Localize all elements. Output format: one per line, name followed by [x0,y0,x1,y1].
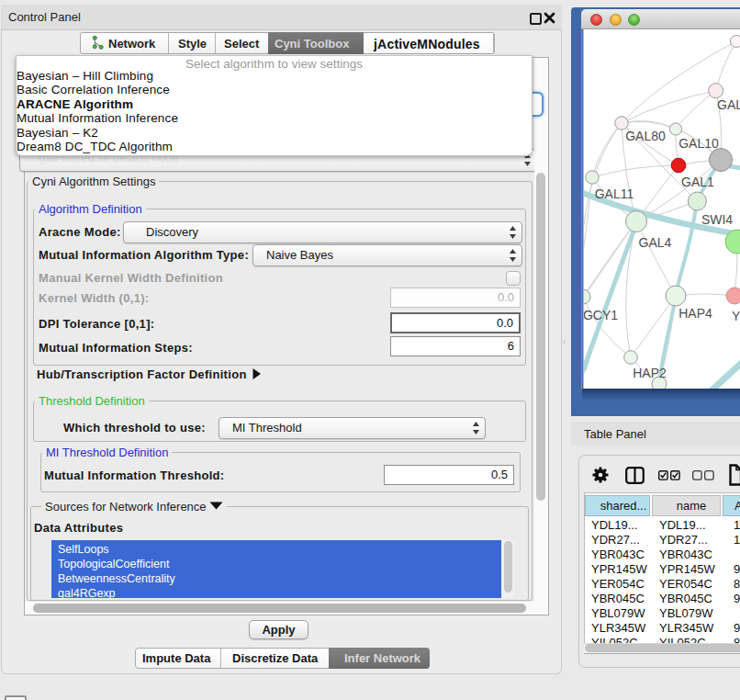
svg-text:YM: YM [732,309,740,323]
svg-text:GAL80: GAL80 [625,129,666,143]
svg-text:GAL7: GAL7 [717,97,740,112]
svg-text:GAL4: GAL4 [639,235,672,250]
svg-text:HAP2: HAP2 [633,366,667,380]
svg-text:GAL10: GAL10 [678,136,719,151]
svg-text:GAL1: GAL1 [681,175,714,189]
svg-text:SWI4: SWI4 [701,212,733,227]
svg-text:GCY1: GCY1 [583,308,618,322]
svg-text:HAP4: HAP4 [678,306,712,321]
svg-text:GAL11: GAL11 [595,186,634,201]
